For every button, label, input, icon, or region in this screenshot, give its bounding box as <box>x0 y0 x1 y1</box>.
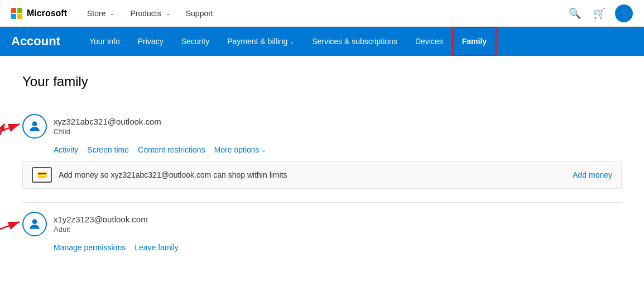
adult-member-info: x1y2z3123@outlook.com Adult <box>54 215 148 234</box>
member-header-adult: x1y2z3123@outlook.com Adult <box>22 212 622 236</box>
adult-role: Adult <box>54 225 148 234</box>
account-title: Account <box>11 34 67 49</box>
family-member-adult: x1y2z3123@outlook.com Adult Manage permi… <box>22 203 622 268</box>
nav-privacy[interactable]: Privacy <box>129 27 172 56</box>
account-avatar-button[interactable]: 👤 <box>615 4 633 22</box>
child-member-actions: Activity Screen time Content restriction… <box>54 145 622 154</box>
svg-point-3 <box>32 121 37 126</box>
nav-family[interactable]: Family <box>452 27 497 56</box>
adult-email: x1y2z3123@outlook.com <box>54 215 148 224</box>
main-content: Your family ↑ <box>0 56 644 286</box>
microsoft-logo[interactable]: Microsoft <box>11 8 67 19</box>
nav-security[interactable]: Security <box>172 27 219 56</box>
adult-member-actions: Manage permissions Leave family <box>54 243 622 252</box>
adult-arrow-indicator <box>0 212 25 236</box>
nav-your-info[interactable]: Your info <box>80 27 129 56</box>
products-chevron-icon: ⌄ <box>166 10 170 16</box>
money-banner-text: Add money so xyz321abc321@outlook.com ca… <box>59 170 566 179</box>
leave-family-link[interactable]: Leave family <box>134 243 179 252</box>
cart-button[interactable]: 🛒 <box>590 4 608 22</box>
family-member-child: ↑ xyz321a <box>22 105 622 203</box>
page-title: Your family <box>22 74 622 89</box>
adult-avatar <box>22 212 47 236</box>
account-nav: Account Your info Privacy Security Payme… <box>0 27 644 56</box>
add-money-link[interactable]: Add money <box>573 170 612 179</box>
nav-services-subscriptions[interactable]: Services & subscriptions <box>303 27 406 56</box>
money-banner: 💳 Add money so xyz321abc321@outlook.com … <box>22 161 622 189</box>
svg-line-2 <box>0 124 20 134</box>
child-role: Child <box>54 127 161 136</box>
top-nav: Microsoft Store ⌄ Products ⌄ Support 🔍 🛒… <box>0 0 644 27</box>
svg-point-6 <box>32 219 37 224</box>
manage-permissions-link[interactable]: Manage permissions <box>54 243 126 252</box>
account-nav-links: Your info Privacy Security Payment & bil… <box>80 27 497 56</box>
activity-link[interactable]: Activity <box>54 145 78 154</box>
child-arrow-indicator <box>0 114 25 139</box>
more-options-link[interactable]: More options ⌄ <box>214 145 266 154</box>
nav-devices[interactable]: Devices <box>406 27 452 56</box>
content-restrictions-link[interactable]: Content restrictions <box>138 145 205 154</box>
logo-grid <box>11 8 22 19</box>
more-options-chevron-icon: ⌄ <box>261 146 266 154</box>
member-header-child: ↑ xyz321a <box>22 114 622 139</box>
brand-name: Microsoft <box>27 8 67 18</box>
child-member-info: xyz321abc321@outlook.com Child <box>54 117 161 136</box>
wallet-icon: 💳 <box>32 167 52 183</box>
nav-payment-billing[interactable]: Payment & billing ⌄ <box>218 27 303 56</box>
store-chevron-icon: ⌄ <box>110 10 114 16</box>
top-nav-links: Store ⌄ Products ⌄ Support <box>80 0 552 27</box>
products-nav-link[interactable]: Products ⌄ <box>123 0 176 27</box>
top-nav-right: 🔍 🛒 👤 <box>566 4 633 22</box>
child-avatar <box>22 114 47 139</box>
screen-time-link[interactable]: Screen time <box>87 145 129 154</box>
support-nav-link[interactable]: Support <box>179 0 220 27</box>
store-nav-link[interactable]: Store ⌄ <box>80 0 121 27</box>
svg-line-5 <box>0 222 20 232</box>
payment-chevron-icon: ⌄ <box>290 39 294 45</box>
search-button[interactable]: 🔍 <box>566 4 584 22</box>
child-email: xyz321abc321@outlook.com <box>54 117 161 126</box>
